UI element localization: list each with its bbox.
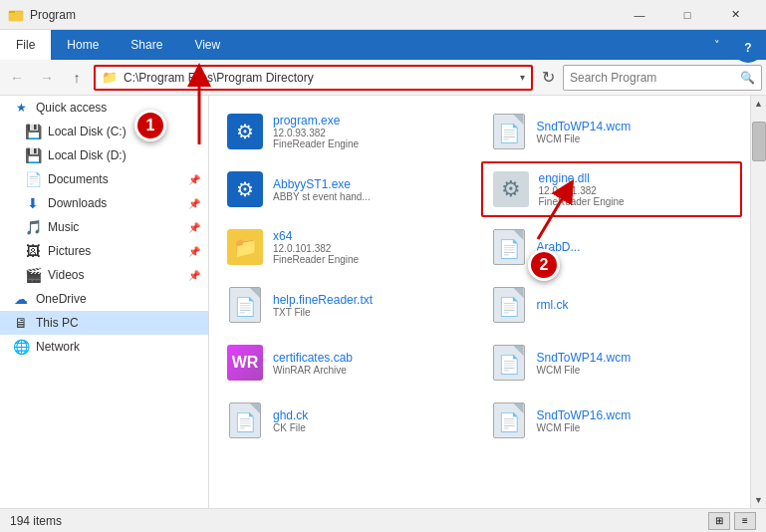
file-info-sndtowp14-wcm-2: SndToWP14.wcm WCM File xyxy=(537,351,735,376)
file-name-sndtowp16-wcm: SndToWP16.wcm xyxy=(537,408,735,422)
file-item-rml-ck[interactable]: 📄 rml.ck xyxy=(481,277,743,333)
file-name-arabd: ArabD... xyxy=(537,240,735,254)
list-view-button[interactable]: ≡ xyxy=(734,512,756,530)
file-info-program-exe: program.exe 12.0.93.382 FineReader Engin… xyxy=(273,114,471,149)
up-button[interactable]: ↑ xyxy=(64,65,90,91)
sidebar-label-local-d: Local Disk (D:) xyxy=(48,148,200,162)
scroll-down-arrow[interactable]: ▼ xyxy=(751,492,767,508)
file-info-arabd: ArabD... xyxy=(537,240,735,254)
file-item-sndtowp14-wcm-1[interactable]: 📄 SndToWP14.wcm WCM File xyxy=(481,104,743,159)
file-icon-ghd-ck: 📄 xyxy=(225,400,265,440)
sidebar-label-onedrive: OneDrive xyxy=(36,292,200,306)
file-info-abbyysti-exe: AbbyyST1.exe ABBY st event hand... xyxy=(273,177,471,202)
file-icon-sndtowp14-wcm-2: 📄 xyxy=(489,343,529,383)
ribbon: File Home Share View ˅ ? xyxy=(0,30,766,60)
file-icon-program-exe: ⚙ xyxy=(225,112,265,151)
maximize-button[interactable]: □ xyxy=(664,0,710,30)
minimize-button[interactable]: — xyxy=(617,0,662,30)
help-button[interactable]: ? xyxy=(733,33,763,63)
sidebar-label-quick-access: Quick access xyxy=(36,101,200,115)
file-item-help-finereader-txt[interactable]: 📄 help.fineReader.txt TXT File xyxy=(217,277,479,333)
file-item-arabd[interactable]: 📄 ArabD... xyxy=(481,219,743,275)
file-name-abbyysti-exe: AbbyyST1.exe xyxy=(273,177,471,191)
sidebar-item-pictures[interactable]: 🖼 Pictures 📌 xyxy=(0,239,208,263)
file-info-sndtowp16-wcm: SndToWP16.wcm WCM File xyxy=(537,408,735,433)
tab-file[interactable]: File xyxy=(0,30,51,60)
address-text: C:\Program Files\Program Directory xyxy=(124,71,516,85)
file-info-engine-dll: engine.dll 12.0.101.382 FineReader Engin… xyxy=(539,171,733,207)
sidebar-label-network: Network xyxy=(36,340,200,354)
address-box[interactable]: 📁 C:\Program Files\Program Directory ▾ xyxy=(94,65,533,91)
sidebar-item-this-pc[interactable]: 🖥 This PC xyxy=(0,311,208,335)
file-info-sndtowp14-wcm-1: SndToWP14.wcm WCM File xyxy=(537,120,735,144)
file-item-sndtowp16-wcm[interactable]: 📄 SndToWP16.wcm WCM File xyxy=(481,393,743,448)
sidebar-item-quick-access[interactable]: ★ Quick access xyxy=(0,96,208,120)
ribbon-expand-icon[interactable]: ˅ xyxy=(704,30,730,60)
file-icon-rml-ck: 📄 xyxy=(489,285,529,325)
sidebar-item-local-c[interactable]: 💾 Local Disk (C:) xyxy=(0,120,208,143)
file-item-abbyysti-exe[interactable]: ⚙ AbbyyST1.exe ABBY st event hand... xyxy=(217,161,479,217)
sidebar-label-this-pc: This PC xyxy=(36,316,200,330)
file-name-sndtowp14-wcm-2: SndToWP14.wcm xyxy=(537,351,735,365)
file-info-certificates-cab: certificates.cab WinRAR Archive xyxy=(273,351,471,376)
file-info-x64: x64 12.0.101.382 FineReader Engine xyxy=(273,229,471,265)
back-button[interactable]: ← xyxy=(4,65,30,91)
file-type-sndtowp14-wcm-2: WCM File xyxy=(537,365,735,376)
titlebar-icon xyxy=(8,7,24,23)
forward-button[interactable]: → xyxy=(34,65,60,91)
sidebar-item-downloads[interactable]: ⬇ Downloads 📌 xyxy=(0,191,208,215)
sidebar-item-music[interactable]: 🎵 Music 📌 xyxy=(0,215,208,239)
search-box[interactable]: 🔍 xyxy=(563,65,762,91)
downloads-icon: ⬇ xyxy=(24,194,42,212)
refresh-button[interactable]: ↻ xyxy=(537,67,559,89)
sidebar-item-onedrive[interactable]: ☁ OneDrive xyxy=(0,287,208,311)
file-icon-sndtowp14-wcm-1: 📄 xyxy=(489,112,529,151)
pin-icon-2: 📌 xyxy=(188,198,200,209)
file-area: ⚙ program.exe 12.0.93.382 FineReader Eng… xyxy=(209,96,750,508)
file-meta-x64: 12.0.101.382 xyxy=(273,243,471,254)
tab-view[interactable]: View xyxy=(178,30,236,60)
tab-share[interactable]: Share xyxy=(115,30,178,60)
file-icon-arabd: 📄 xyxy=(489,227,529,267)
grid-view-button[interactable]: ⊞ xyxy=(708,512,730,530)
sidebar-item-videos[interactable]: 🎬 Videos 📌 xyxy=(0,263,208,287)
sidebar-item-documents[interactable]: 📄 Documents 📌 xyxy=(0,167,208,191)
file-info-ghd-ck: ghd.ck CK File xyxy=(273,408,471,433)
sidebar-label-documents: Documents xyxy=(48,172,188,186)
file-item-x64[interactable]: 📁 x64 12.0.101.382 FineReader Engine xyxy=(217,219,479,275)
titlebar: Program — □ ✕ xyxy=(0,0,766,30)
close-button[interactable]: ✕ xyxy=(712,0,758,30)
file-name-x64: x64 xyxy=(273,229,471,243)
file-info-help-finereader-txt: help.fineReader.txt TXT File xyxy=(273,293,471,318)
pin-icon-5: 📌 xyxy=(188,270,200,281)
pin-icon-4: 📌 xyxy=(188,246,200,257)
file-item-engine-dll[interactable]: ⚙ engine.dll 12.0.101.382 FineReader Eng… xyxy=(481,161,743,217)
sidebar-item-local-d[interactable]: 💾 Local Disk (D:) xyxy=(0,143,208,167)
scrollbar[interactable]: ▲ ▼ xyxy=(750,96,766,508)
file-item-ghd-ck[interactable]: 📄 ghd.ck CK File xyxy=(217,393,479,448)
search-icon: 🔍 xyxy=(740,71,755,85)
address-dropdown-icon[interactable]: ▾ xyxy=(520,72,525,83)
file-name-sndtowp14-wcm-1: SndToWP14.wcm xyxy=(537,120,735,133)
file-name-engine-dll: engine.dll xyxy=(539,171,733,185)
item-count: 194 items xyxy=(10,514,62,528)
star-icon: ★ xyxy=(12,99,30,117)
file-type-sndtowp14-wcm-1: WCM File xyxy=(537,133,735,144)
sidebar-label-videos: Videos xyxy=(48,268,188,282)
scroll-up-arrow[interactable]: ▲ xyxy=(751,96,767,112)
file-type-program-exe: FineReader Engine xyxy=(273,138,471,149)
scroll-thumb[interactable] xyxy=(752,122,766,161)
sidebar: ★ Quick access 💾 Local Disk (C:) 💾 Local… xyxy=(0,96,209,508)
file-icon-engine-dll: ⚙ xyxy=(491,169,531,209)
file-icon-sndtowp16-wcm: 📄 xyxy=(489,400,529,440)
tab-home[interactable]: Home xyxy=(51,30,115,60)
file-item-program-exe[interactable]: ⚙ program.exe 12.0.93.382 FineReader Eng… xyxy=(217,104,479,159)
search-input[interactable] xyxy=(570,71,740,85)
address-folder-icon: 📁 xyxy=(102,70,118,85)
file-type-help-finereader-txt: TXT File xyxy=(273,307,471,318)
file-item-sndtowp14-wcm-2[interactable]: 📄 SndToWP14.wcm WCM File xyxy=(481,335,743,391)
file-type-engine-dll: FineReader Engine xyxy=(539,196,733,207)
pin-icon: 📌 xyxy=(188,174,200,185)
file-item-certificates-cab[interactable]: WR certificates.cab WinRAR Archive xyxy=(217,335,479,391)
sidebar-item-network[interactable]: 🌐 Network xyxy=(0,335,208,359)
